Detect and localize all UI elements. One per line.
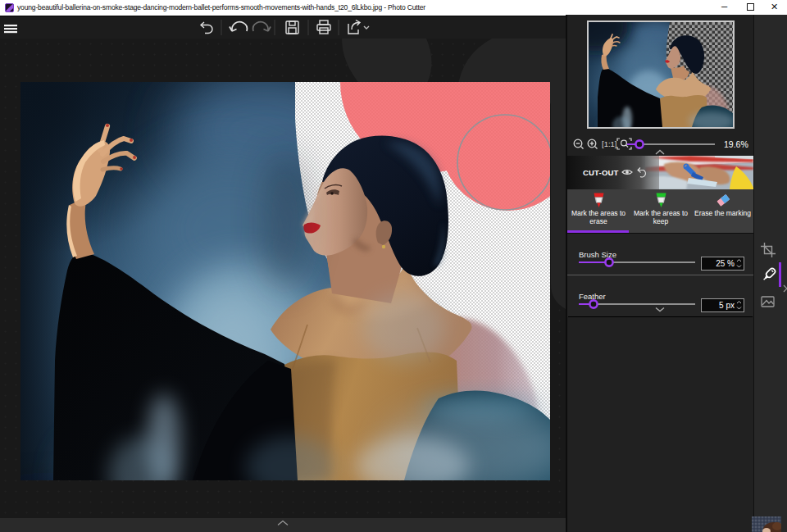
svg-text:19.6%: 19.6% [724,139,748,149]
svg-text:[1:1]: [1:1] [602,139,617,148]
svg-text:CUT-OUT: CUT-OUT [583,168,619,177]
